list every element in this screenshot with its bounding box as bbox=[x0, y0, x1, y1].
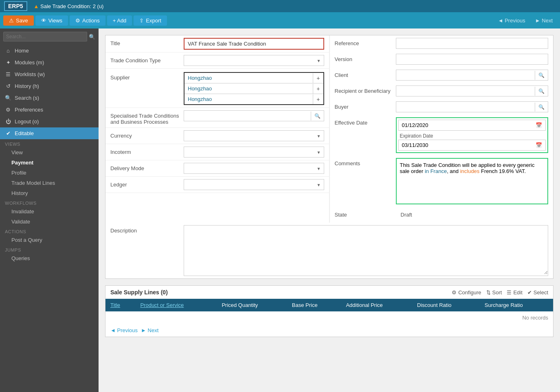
actions-icon: ⚙ bbox=[75, 18, 80, 24]
actions-label: Actions bbox=[82, 18, 100, 24]
recipient-search-button[interactable]: 🔍 bbox=[535, 87, 548, 96]
sidebar-item-modules[interactable]: ✦ Modules (m) bbox=[0, 57, 99, 68]
sidebar-item-worklists[interactable]: ☰ Worklists (w) bbox=[0, 68, 99, 80]
sidebar-item-trade-model-lines[interactable]: Trade Model Lines bbox=[0, 178, 99, 188]
supply-lines-actions: ⚙ Configure ⇅ Sort ☰ Edit ✔ Select bbox=[452, 289, 548, 296]
supplier-group: + + + bbox=[184, 72, 324, 105]
sidebar-item-logout[interactable]: ⏻ Logout (o) bbox=[0, 116, 99, 127]
sidebar-item-editable[interactable]: ✔ Editable bbox=[0, 127, 99, 139]
breadcrumb: ▲ Sale Trade Condition: 2 (u) bbox=[34, 3, 104, 9]
sidebar-item-preferences[interactable]: ⚙ Preferences bbox=[0, 104, 99, 116]
sender-input-row: + bbox=[184, 83, 323, 94]
sidebar-item-home[interactable]: ⌂ Home bbox=[0, 45, 99, 57]
specialised-input[interactable] bbox=[184, 111, 311, 121]
specialised-search-button[interactable]: 🔍 bbox=[311, 112, 324, 120]
table-next-button[interactable]: ► Next bbox=[141, 327, 158, 333]
incoterm-field bbox=[184, 147, 324, 158]
version-input[interactable] bbox=[396, 54, 549, 65]
expiration-date-label: Expiration Date bbox=[398, 132, 546, 140]
supplier-label: Supplier bbox=[110, 72, 184, 81]
expiration-date-calendar-icon[interactable]: 📅 bbox=[532, 140, 545, 150]
reference-input[interactable] bbox=[396, 38, 549, 49]
views-button[interactable]: 👁 Views bbox=[35, 15, 68, 26]
supplier-add-button[interactable]: + bbox=[313, 73, 323, 83]
previous-button[interactable]: ◄ Previous bbox=[494, 15, 529, 26]
breadcrumb-arrow: ▲ bbox=[34, 3, 39, 9]
sidebar-item-payment[interactable]: Payment bbox=[0, 158, 99, 168]
top-bar: ERP5 ▲ Sale Trade Condition: 2 (u) bbox=[0, 0, 560, 12]
sidebar-item-validate[interactable]: Validate bbox=[0, 217, 99, 227]
expiration-date-input[interactable] bbox=[399, 140, 533, 150]
version-row: Version bbox=[330, 51, 553, 67]
effective-date-field: 📅 bbox=[398, 120, 546, 131]
pagination-buttons: ◄ Previous ► Next bbox=[110, 327, 158, 333]
edit-icon: ☰ bbox=[507, 289, 512, 296]
sidebar-item-invalidate[interactable]: Invalidate bbox=[0, 206, 99, 217]
buyer-search-button[interactable]: 🔍 bbox=[535, 103, 548, 112]
sidebar-item-profile[interactable]: Profile bbox=[0, 168, 99, 178]
col-surcharge-ratio: Surcharge Ratio bbox=[480, 299, 553, 311]
sidebar-item-search[interactable]: 🔍 Search (s) bbox=[0, 92, 99, 104]
sidebar-actions-section: ACTIONS bbox=[0, 227, 99, 235]
sidebar-item-history-view[interactable]: History bbox=[0, 188, 99, 198]
client-search-button[interactable]: 🔍 bbox=[535, 71, 548, 80]
client-input[interactable] bbox=[396, 70, 535, 80]
sidebar-workflows-section: WORKFLOWS bbox=[0, 198, 99, 206]
sender-input[interactable] bbox=[184, 83, 313, 94]
title-input[interactable] bbox=[184, 38, 324, 50]
recipient-label: Recipient or Beneficiary bbox=[335, 85, 396, 94]
sender-add-button[interactable]: + bbox=[313, 84, 323, 94]
description-label: Description bbox=[110, 225, 184, 276]
sidebar-item-preferences-label: Preferences bbox=[15, 107, 43, 113]
configure-button[interactable]: ⚙ Configure bbox=[452, 289, 481, 296]
reference-label: Reference bbox=[335, 38, 396, 46]
configure-icon: ⚙ bbox=[452, 289, 457, 296]
client-field: 🔍 bbox=[396, 70, 549, 81]
col-title-link[interactable]: Title bbox=[110, 302, 120, 308]
sort-button[interactable]: ⇅ Sort bbox=[486, 289, 502, 296]
table-previous-button[interactable]: ◄ Previous bbox=[110, 327, 138, 333]
trade-condition-type-select[interactable] bbox=[184, 55, 324, 66]
supply-lines: Sale Supply Lines (0) ⚙ Configure ⇅ Sort… bbox=[105, 285, 553, 337]
recipient-input[interactable] bbox=[396, 86, 535, 96]
sidebar-item-logout-label: Logout (o) bbox=[15, 118, 39, 125]
buyer-input[interactable] bbox=[396, 102, 535, 112]
effective-date-input[interactable] bbox=[399, 120, 533, 130]
actions-button[interactable]: ⚙ Actions bbox=[70, 15, 105, 26]
views-icon: 👁 bbox=[41, 18, 46, 24]
incoterm-select[interactable] bbox=[184, 147, 324, 158]
add-button[interactable]: + Add bbox=[107, 15, 132, 26]
search-icon[interactable]: 🔍 bbox=[89, 34, 95, 40]
next-button[interactable]: ► Next bbox=[531, 15, 557, 26]
select-button[interactable]: ✔ Select bbox=[527, 289, 548, 296]
trade-condition-type-field bbox=[184, 55, 324, 66]
search-input[interactable] bbox=[3, 32, 87, 42]
sidebar: 🔍 ⌂ Home ✦ Modules (m) ☰ Worklists (w) ↺… bbox=[0, 28, 99, 392]
effective-date-calendar-icon[interactable]: 📅 bbox=[532, 120, 545, 130]
specialised-field: 🔍 bbox=[184, 110, 324, 121]
save-icon: ⚠ bbox=[9, 18, 14, 24]
content-area: Title Trade Condition Type bbox=[99, 28, 560, 392]
sidebar-item-queries[interactable]: Queries bbox=[0, 253, 99, 263]
comments-field: This Sale Trade Condition will be applie… bbox=[396, 158, 549, 204]
export-button[interactable]: ⇧ Export bbox=[134, 15, 167, 26]
edit-button[interactable]: ☰ Edit bbox=[507, 289, 522, 296]
col-product-link[interactable]: Product or Service bbox=[140, 302, 184, 308]
delivery-mode-select[interactable] bbox=[184, 163, 324, 174]
seller-input[interactable] bbox=[184, 94, 313, 104]
seller-add-button[interactable]: + bbox=[313, 94, 323, 104]
select-label: Select bbox=[534, 289, 548, 296]
description-textarea[interactable] bbox=[184, 226, 548, 274]
supplier-input[interactable] bbox=[184, 73, 313, 83]
sidebar-item-history[interactable]: ↺ History (h) bbox=[0, 80, 99, 92]
currency-select[interactable] bbox=[184, 130, 324, 141]
comments-highlight-france: in France bbox=[425, 168, 447, 174]
sidebar-item-post-query[interactable]: Post a Query bbox=[0, 235, 99, 245]
erp-logo[interactable]: ERP5 bbox=[4, 1, 27, 11]
supplier-row: Supplier + + bbox=[105, 69, 329, 108]
ledger-field bbox=[184, 179, 324, 190]
sidebar-item-view[interactable]: View bbox=[0, 147, 99, 158]
save-button[interactable]: ⚠ Save bbox=[3, 15, 34, 26]
sidebar-search-area: 🔍 bbox=[0, 28, 99, 45]
ledger-select[interactable] bbox=[184, 179, 324, 190]
